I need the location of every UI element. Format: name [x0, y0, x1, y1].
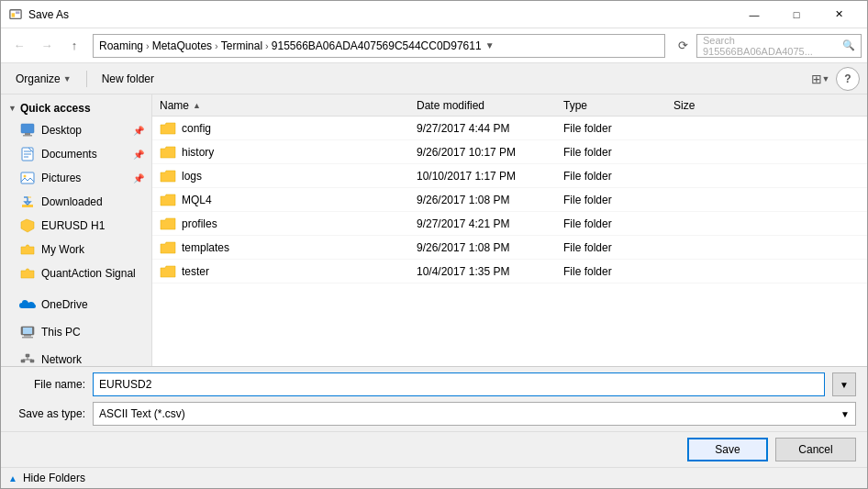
sidebar-item-documents[interactable]: Documents 📌 [1, 142, 151, 166]
sidebar-item-onedrive[interactable]: OneDrive [1, 293, 151, 317]
breadcrumb-sep-3: › [265, 40, 269, 51]
thispc-icon [19, 324, 36, 340]
table-row[interactable]: config 9/27/2017 4:44 PM File folder [152, 117, 867, 140]
close-button[interactable]: ✕ [818, 1, 860, 28]
file-date: 9/26/2017 1:08 PM [417, 194, 563, 206]
file-type: File folder [563, 265, 673, 278]
breadcrumb-sep-2: › [215, 40, 218, 51]
new-folder-button[interactable]: New folder [95, 68, 161, 90]
search-icon: 🔍 [842, 39, 855, 51]
file-type: File folder [563, 217, 673, 230]
forward-button[interactable]: → [34, 33, 60, 59]
title-bar: Save As — □ ✕ [1, 1, 867, 28]
file-date: 9/27/2017 4:21 PM [417, 217, 563, 230]
filetype-row: Save as type: ASCII Text (*.csv) ▼ [1, 402, 867, 431]
documents-pin-icon: 📌 [133, 150, 144, 160]
breadcrumb-metaquotes: MetaQuotes [152, 39, 212, 52]
toolbar-right: ⊞ ▼ ? [808, 67, 860, 91]
header-date[interactable]: Date modified [417, 99, 563, 112]
file-date: 9/26/2017 1:08 PM [417, 241, 563, 254]
up-button[interactable]: ↑ [61, 33, 87, 59]
desktop-icon [19, 122, 36, 139]
quick-access-header[interactable]: ▼ Quick access [1, 98, 151, 118]
help-button[interactable]: ? [836, 67, 860, 91]
svg-rect-3 [21, 124, 34, 133]
filename-input[interactable] [93, 372, 825, 396]
file-list-header: Name ▲ Date modified Type Size [152, 94, 867, 117]
quantaction-label: QuantAction Signal [41, 267, 136, 280]
save-button[interactable]: Save [687, 438, 768, 461]
table-row[interactable]: tester 10/4/2017 1:35 PM File folder [152, 260, 867, 283]
toolbar-separator [86, 71, 87, 87]
svg-rect-10 [21, 172, 34, 183]
folder-icon [160, 217, 176, 231]
sidebar-item-thispc[interactable]: This PC [1, 320, 151, 344]
header-name[interactable]: Name ▲ [160, 99, 417, 112]
downloaded-icon [19, 194, 36, 210]
svg-rect-1 [12, 13, 16, 17]
filename-dropdown-button[interactable]: ▼ [832, 372, 856, 396]
sidebar-item-downloaded[interactable]: Downloaded [1, 190, 151, 214]
desktop-label: Desktop [41, 124, 82, 137]
folder-icon [160, 240, 176, 255]
hide-folders-row[interactable]: ▲ Hide Folders [1, 467, 867, 488]
toolbar: Organize ▼ New folder ⊞ ▼ ? [1, 63, 867, 94]
minimize-button[interactable]: — [733, 1, 775, 28]
mywork-label: My Work [41, 243, 84, 256]
onedrive-label: OneDrive [41, 298, 88, 311]
svg-rect-5 [23, 135, 32, 137]
documents-icon [19, 146, 36, 162]
view-button[interactable]: ⊞ ▼ [808, 68, 832, 90]
maximize-button[interactable]: □ [775, 1, 818, 28]
quantaction-icon [19, 265, 36, 282]
svg-point-11 [24, 175, 27, 178]
sidebar-item-network[interactable]: Network [1, 348, 151, 366]
window-title: Save As [28, 8, 733, 21]
file-type: File folder [563, 122, 673, 135]
sidebar: ▼ Quick access Desktop 📌 [1, 94, 152, 366]
sidebar-item-pictures[interactable]: Pictures 📌 [1, 166, 151, 190]
file-type: File folder [563, 194, 673, 206]
table-row[interactable]: history 9/26/2017 10:17 PM File folder [152, 140, 867, 164]
pictures-icon [19, 170, 36, 186]
search-box[interactable]: Search 915566BA06ADA4075... 🔍 [696, 34, 862, 58]
file-name: tester [182, 265, 209, 278]
back-button[interactable]: ← [6, 33, 32, 59]
sidebar-item-mywork[interactable]: My Work [1, 238, 151, 261]
header-type[interactable]: Type [563, 99, 673, 112]
pictures-pin-icon: 📌 [133, 173, 144, 183]
table-row[interactable]: templates 9/26/2017 1:08 PM File folder [152, 236, 867, 260]
file-date: 10/10/2017 1:17 PM [417, 170, 563, 183]
table-row[interactable]: profiles 9/27/2017 4:21 PM File folder [152, 212, 867, 236]
action-row: Save Cancel [1, 431, 867, 467]
table-row[interactable]: logs 10/10/2017 1:17 PM File folder [152, 164, 867, 188]
organize-dropdown-icon: ▼ [63, 74, 72, 83]
window-controls: — □ ✕ [733, 1, 860, 28]
savetype-select[interactable]: ASCII Text (*.csv) ▼ [93, 402, 856, 426]
save-as-dialog: Save As — □ ✕ ← → ↑ Roaming › MetaQuotes… [0, 0, 868, 489]
sidebar-item-quantaction[interactable]: QuantAction Signal [1, 261, 151, 285]
network-icon [19, 351, 36, 366]
folder-icon [160, 264, 176, 279]
table-row[interactable]: MQL4 9/26/2017 1:08 PM File folder [152, 188, 867, 212]
sidebar-item-desktop[interactable]: Desktop 📌 [1, 118, 151, 142]
savetype-dropdown-icon: ▼ [840, 409, 850, 419]
network-label: Network [41, 353, 82, 366]
folder-icon [160, 121, 176, 136]
main-content: ▼ Quick access Desktop 📌 [1, 94, 867, 366]
downloaded-label: Downloaded [41, 195, 103, 208]
window-icon [8, 7, 23, 22]
file-type: File folder [563, 170, 673, 183]
address-bar[interactable]: Roaming › MetaQuotes › Terminal › 915566… [93, 34, 665, 58]
header-size[interactable]: Size [673, 99, 747, 112]
breadcrumb-hash: 915566BA06ADA407569C544CC0D97611 [272, 39, 482, 52]
refresh-button[interactable]: ⟳ [671, 34, 695, 58]
address-dropdown-icon: ▼ [485, 40, 495, 50]
view-dropdown-icon: ▼ [822, 74, 830, 83]
cancel-button[interactable]: Cancel [775, 438, 856, 461]
onedrive-icon [19, 296, 36, 313]
organize-button[interactable]: Organize ▼ [8, 68, 79, 90]
svg-rect-14 [23, 328, 32, 334]
sidebar-item-eurusd[interactable]: EURUSD H1 [1, 214, 151, 238]
file-type: File folder [563, 241, 673, 254]
